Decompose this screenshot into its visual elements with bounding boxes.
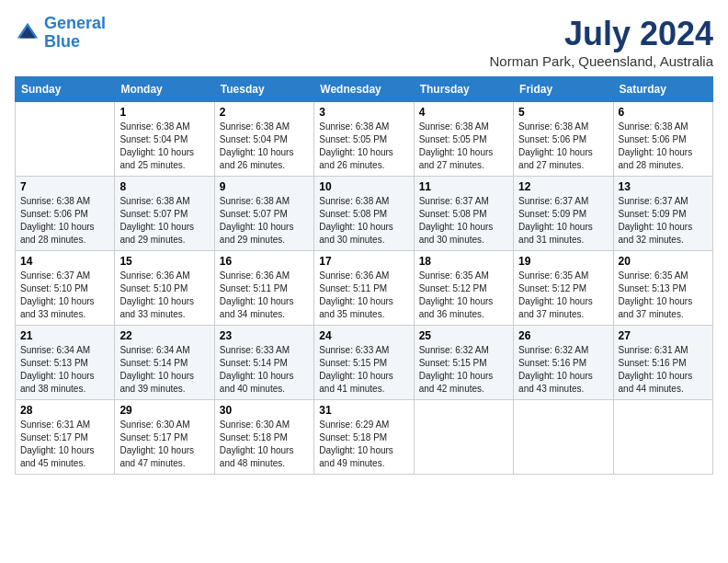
calendar-week-row: 21 Sunrise: 6:34 AMSunset: 5:13 PMDaylig… bbox=[16, 326, 713, 400]
day-info: Sunrise: 6:37 AMSunset: 5:10 PMDaylight:… bbox=[20, 270, 109, 321]
calendar-cell: 31 Sunrise: 6:29 AMSunset: 5:18 PMDaylig… bbox=[314, 400, 414, 475]
calendar-cell bbox=[16, 102, 115, 177]
day-number: 30 bbox=[220, 404, 309, 417]
day-number: 17 bbox=[319, 255, 408, 268]
day-number: 6 bbox=[619, 106, 708, 119]
day-info: Sunrise: 6:36 AMSunset: 5:11 PMDaylight:… bbox=[319, 270, 408, 321]
day-info: Sunrise: 6:36 AMSunset: 5:10 PMDaylight:… bbox=[119, 270, 209, 321]
day-number: 23 bbox=[220, 329, 309, 342]
day-info: Sunrise: 6:38 AMSunset: 5:07 PMDaylight:… bbox=[220, 195, 309, 247]
day-number: 27 bbox=[619, 329, 708, 342]
day-number: 15 bbox=[119, 255, 209, 268]
calendar-cell: 30 Sunrise: 6:30 AMSunset: 5:18 PMDaylig… bbox=[214, 400, 313, 475]
day-info: Sunrise: 6:38 AMSunset: 5:06 PMDaylight:… bbox=[619, 121, 708, 172]
weekday-header-friday: Friday bbox=[514, 77, 613, 102]
day-info: Sunrise: 6:38 AMSunset: 5:05 PMDaylight:… bbox=[419, 121, 508, 172]
weekday-header-tuesday: Tuesday bbox=[214, 77, 313, 102]
day-info: Sunrise: 6:35 AMSunset: 5:13 PMDaylight:… bbox=[619, 270, 708, 321]
calendar-cell: 7 Sunrise: 6:38 AMSunset: 5:06 PMDayligh… bbox=[16, 177, 115, 251]
calendar-week-row: 14 Sunrise: 6:37 AMSunset: 5:10 PMDaylig… bbox=[16, 251, 713, 326]
calendar-cell: 28 Sunrise: 6:31 AMSunset: 5:17 PMDaylig… bbox=[16, 400, 115, 475]
day-number: 20 bbox=[619, 255, 708, 268]
day-number: 25 bbox=[419, 329, 508, 342]
calendar-cell: 4 Sunrise: 6:38 AMSunset: 5:05 PMDayligh… bbox=[414, 102, 513, 177]
calendar-table: SundayMondayTuesdayWednesdayThursdayFrid… bbox=[15, 76, 713, 475]
day-number: 14 bbox=[20, 255, 109, 268]
day-info: Sunrise: 6:38 AMSunset: 5:06 PMDaylight:… bbox=[518, 121, 608, 172]
calendar-cell: 15 Sunrise: 6:36 AMSunset: 5:10 PMDaylig… bbox=[115, 251, 214, 326]
calendar-week-row: 28 Sunrise: 6:31 AMSunset: 5:17 PMDaylig… bbox=[16, 400, 713, 475]
day-number: 3 bbox=[319, 106, 408, 119]
calendar-cell: 1 Sunrise: 6:38 AMSunset: 5:04 PMDayligh… bbox=[115, 102, 214, 177]
calendar-cell: 24 Sunrise: 6:33 AMSunset: 5:15 PMDaylig… bbox=[314, 326, 414, 400]
day-info: Sunrise: 6:31 AMSunset: 5:17 PMDaylight:… bbox=[20, 419, 109, 470]
calendar-cell: 21 Sunrise: 6:34 AMSunset: 5:13 PMDaylig… bbox=[16, 326, 115, 400]
calendar-cell bbox=[514, 400, 613, 475]
day-info: Sunrise: 6:38 AMSunset: 5:04 PMDaylight:… bbox=[119, 121, 209, 172]
location-subtitle: Norman Park, Queensland, Australia bbox=[490, 53, 713, 69]
day-number: 22 bbox=[119, 329, 209, 342]
day-info: Sunrise: 6:34 AMSunset: 5:14 PMDaylight:… bbox=[119, 344, 209, 396]
day-info: Sunrise: 6:33 AMSunset: 5:14 PMDaylight:… bbox=[220, 344, 309, 396]
day-info: Sunrise: 6:38 AMSunset: 5:05 PMDaylight:… bbox=[319, 121, 408, 172]
logo-text: General Blue bbox=[44, 15, 106, 52]
day-info: Sunrise: 6:30 AMSunset: 5:18 PMDaylight:… bbox=[220, 419, 309, 470]
day-info: Sunrise: 6:38 AMSunset: 5:06 PMDaylight:… bbox=[20, 195, 109, 247]
day-number: 19 bbox=[518, 255, 608, 268]
calendar-cell bbox=[613, 400, 712, 475]
logo-icon bbox=[15, 20, 40, 46]
day-info: Sunrise: 6:34 AMSunset: 5:13 PMDaylight:… bbox=[20, 344, 109, 396]
calendar-week-row: 7 Sunrise: 6:38 AMSunset: 5:06 PMDayligh… bbox=[16, 177, 713, 251]
day-info: Sunrise: 6:33 AMSunset: 5:15 PMDaylight:… bbox=[319, 344, 408, 396]
day-number: 7 bbox=[20, 180, 109, 193]
day-number: 4 bbox=[419, 106, 508, 119]
day-number: 11 bbox=[419, 180, 508, 193]
calendar-cell: 13 Sunrise: 6:37 AMSunset: 5:09 PMDaylig… bbox=[613, 177, 712, 251]
calendar-cell: 29 Sunrise: 6:30 AMSunset: 5:17 PMDaylig… bbox=[115, 400, 214, 475]
day-number: 18 bbox=[419, 255, 508, 268]
calendar-cell: 18 Sunrise: 6:35 AMSunset: 5:12 PMDaylig… bbox=[414, 251, 513, 326]
weekday-header-sunday: Sunday bbox=[16, 77, 115, 102]
day-number: 1 bbox=[119, 106, 209, 119]
calendar-cell: 3 Sunrise: 6:38 AMSunset: 5:05 PMDayligh… bbox=[314, 102, 414, 177]
calendar-cell: 10 Sunrise: 6:38 AMSunset: 5:08 PMDaylig… bbox=[314, 177, 414, 251]
calendar-cell: 12 Sunrise: 6:37 AMSunset: 5:09 PMDaylig… bbox=[514, 177, 613, 251]
calendar-cell: 2 Sunrise: 6:38 AMSunset: 5:04 PMDayligh… bbox=[214, 102, 313, 177]
calendar-cell: 11 Sunrise: 6:37 AMSunset: 5:08 PMDaylig… bbox=[414, 177, 513, 251]
logo: General Blue bbox=[15, 15, 106, 52]
day-info: Sunrise: 6:29 AMSunset: 5:18 PMDaylight:… bbox=[319, 419, 408, 470]
calendar-cell: 22 Sunrise: 6:34 AMSunset: 5:14 PMDaylig… bbox=[115, 326, 214, 400]
day-number: 8 bbox=[119, 180, 209, 193]
calendar-cell: 27 Sunrise: 6:31 AMSunset: 5:16 PMDaylig… bbox=[613, 326, 712, 400]
day-number: 28 bbox=[20, 404, 109, 417]
day-info: Sunrise: 6:31 AMSunset: 5:16 PMDaylight:… bbox=[619, 344, 708, 396]
day-number: 9 bbox=[220, 180, 309, 193]
weekday-header-wednesday: Wednesday bbox=[314, 77, 414, 102]
calendar-cell bbox=[414, 400, 513, 475]
day-info: Sunrise: 6:36 AMSunset: 5:11 PMDaylight:… bbox=[220, 270, 309, 321]
calendar-cell: 25 Sunrise: 6:32 AMSunset: 5:15 PMDaylig… bbox=[414, 326, 513, 400]
calendar-cell: 16 Sunrise: 6:36 AMSunset: 5:11 PMDaylig… bbox=[214, 251, 313, 326]
day-number: 16 bbox=[220, 255, 309, 268]
day-number: 5 bbox=[518, 106, 608, 119]
title-section: July 2024 Norman Park, Queensland, Austr… bbox=[490, 15, 713, 69]
day-info: Sunrise: 6:38 AMSunset: 5:07 PMDaylight:… bbox=[119, 195, 209, 247]
page-header: General Blue July 2024 Norman Park, Quee… bbox=[15, 15, 713, 69]
day-number: 13 bbox=[619, 180, 708, 193]
day-number: 29 bbox=[119, 404, 209, 417]
calendar-cell: 17 Sunrise: 6:36 AMSunset: 5:11 PMDaylig… bbox=[314, 251, 414, 326]
day-info: Sunrise: 6:35 AMSunset: 5:12 PMDaylight:… bbox=[518, 270, 608, 321]
calendar-cell: 14 Sunrise: 6:37 AMSunset: 5:10 PMDaylig… bbox=[16, 251, 115, 326]
day-info: Sunrise: 6:32 AMSunset: 5:15 PMDaylight:… bbox=[419, 344, 508, 396]
day-number: 2 bbox=[220, 106, 309, 119]
calendar-week-row: 1 Sunrise: 6:38 AMSunset: 5:04 PMDayligh… bbox=[16, 102, 713, 177]
calendar-cell: 8 Sunrise: 6:38 AMSunset: 5:07 PMDayligh… bbox=[115, 177, 214, 251]
day-info: Sunrise: 6:30 AMSunset: 5:17 PMDaylight:… bbox=[119, 419, 209, 470]
weekday-header-thursday: Thursday bbox=[414, 77, 513, 102]
day-info: Sunrise: 6:38 AMSunset: 5:04 PMDaylight:… bbox=[220, 121, 309, 172]
weekday-header-saturday: Saturday bbox=[613, 77, 712, 102]
day-info: Sunrise: 6:37 AMSunset: 5:08 PMDaylight:… bbox=[419, 195, 508, 247]
calendar-cell: 26 Sunrise: 6:32 AMSunset: 5:16 PMDaylig… bbox=[514, 326, 613, 400]
month-year-title: July 2024 bbox=[490, 15, 713, 53]
day-number: 24 bbox=[319, 329, 408, 342]
